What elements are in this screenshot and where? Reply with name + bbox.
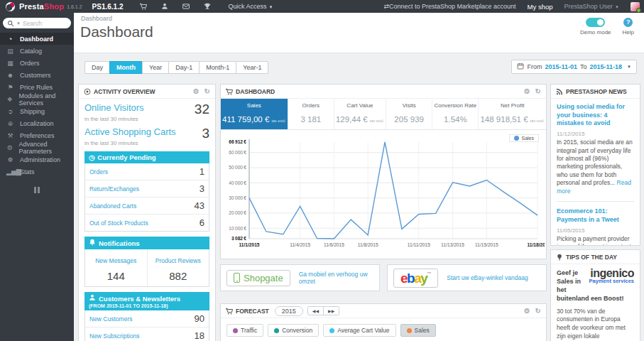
search-input[interactable] <box>23 20 60 27</box>
forecast-panel: FORECAST 2015 ◀◀▶▶ ⚙↻ Traffic Conversion… <box>220 303 547 341</box>
news-article-title[interactable]: Using social media for your business: 4 … <box>557 103 634 128</box>
toggle-on-icon[interactable] <box>586 18 605 27</box>
kpi-visits[interactable]: Visits205 939 <box>386 99 432 129</box>
breadcrumb[interactable]: Dashboard <box>81 15 112 22</box>
range-year-button[interactable]: Year <box>142 61 169 74</box>
sidebar-collapse-button[interactable] <box>0 187 74 193</box>
sidebar-item-modules[interactable]: ❖Modules and Services <box>0 93 74 105</box>
new-customers-row[interactable]: New Customers90 <box>85 310 209 328</box>
kpi-conversion-rate[interactable]: Conversion Rate1.54% <box>432 99 479 129</box>
messages-icon[interactable] <box>182 0 190 13</box>
cart-icon <box>226 88 233 95</box>
trophy-icon[interactable] <box>204 0 211 13</box>
toggle-average-cart-value[interactable]: Average Cart Value <box>323 324 395 337</box>
new-messages-cell[interactable]: New Messages144 <box>85 249 148 286</box>
range-day-1-button[interactable]: Day-1 <box>168 61 200 74</box>
my-shop-link[interactable]: My shop <box>528 3 553 11</box>
kpi-net-profit[interactable]: Net Profit148 918,51 € tax excl. <box>479 99 546 129</box>
modules-icon: ❖ <box>6 96 13 103</box>
range-year-1-button[interactable]: Year-1 <box>236 61 268 74</box>
sidebar-item-dashboard[interactable]: ◔Dashboard <box>0 33 74 45</box>
chevron-down-icon: ▼ <box>615 5 619 9</box>
refresh-icon[interactable]: ↻ <box>535 87 541 95</box>
brand-wordmark: PrestaShop <box>19 2 64 11</box>
topbar: PrestaShop 1.6.1.2 PS1.6.1.2 Quick Acces… <box>0 0 644 13</box>
sidebar-item-catalog[interactable]: ▤Catalog <box>0 45 74 57</box>
date-to-value: 2015-11-18 <box>590 63 623 70</box>
user-menu[interactable]: PrestaShop User▼ <box>564 3 620 10</box>
news-article-title[interactable]: Ecommerce 101: Payments in a Tweet <box>557 207 634 224</box>
shopgate-ad-link[interactable]: Ga mobiel en verhoog uw omzet <box>299 271 373 285</box>
sales-line-chart: 10 000 €20 000 €30 000 €40 000 €50 000 €… <box>222 132 545 257</box>
range-month-1-button[interactable]: Month-1 <box>199 61 236 74</box>
sidebar-nav: ◔Dashboard ▤Catalog ▦Orders ☻Customers ⚑… <box>0 33 74 178</box>
forecast-toggles: Traffic Conversion Average Cart Value Sa… <box>221 318 546 341</box>
stats-icon: ▂▅▇ <box>6 168 14 175</box>
rss-icon <box>556 88 563 95</box>
abandoned-carts-row[interactable]: Abandoned Carts43 <box>85 197 209 215</box>
new-subscriptions-row[interactable]: New Subscriptions18 <box>85 328 209 341</box>
shipping-icon: ➲ <box>6 108 14 115</box>
toggle-conversion[interactable]: Conversion <box>268 324 319 337</box>
sidebar-item-localization[interactable]: ⊕Localization <box>0 117 74 129</box>
pending-orders-row[interactable]: Orders1 <box>85 163 209 180</box>
panel-title: FORECAST <box>236 308 269 315</box>
range-month-button[interactable]: Month <box>109 61 143 74</box>
active-carts-row[interactable]: Active Shopping Carts 3 <box>84 126 209 140</box>
sidebar-item-shipping[interactable]: ➲Shipping <box>0 105 74 117</box>
sidebar-item-preferences[interactable]: ⚒Preferences <box>0 129 74 141</box>
tips-of-the-day-panel: TIPS OF THE DAY ingenico Payment service… <box>550 249 640 341</box>
sidebar-item-stats[interactable]: ▂▅▇Stats <box>0 166 74 178</box>
sidebar-search[interactable]: ▼ <box>3 18 71 28</box>
demo-mode-toggle[interactable]: Demo mode <box>580 18 611 36</box>
search-scope-caret-icon[interactable]: ▼ <box>16 21 21 26</box>
gear-icon[interactable]: ⚙ <box>193 87 200 95</box>
active-carts-value: 3 <box>202 126 209 140</box>
customers-icon: ☻ <box>6 72 14 79</box>
refresh-icon[interactable]: ↻ <box>204 87 210 95</box>
help-button[interactable]: ? Help <box>623 18 634 36</box>
gear-icon[interactable]: ⚙ <box>524 307 530 315</box>
ebay-ad-link[interactable]: Start uw eBay-winkel vandaag <box>447 274 528 281</box>
currently-pending-section: ◷Currently Pending Orders1 Return/Exchan… <box>84 151 209 232</box>
shopgate-ad[interactable]: Shopgate Ga mobiel en verhoog uw omzet <box>220 264 380 291</box>
svg-text:10 000 €: 10 000 € <box>229 226 246 231</box>
range-day-button[interactable]: Day <box>84 61 110 74</box>
kpi-orders[interactable]: Orders3 181 <box>288 99 334 129</box>
shop-name[interactable]: PS1.6.1.2 <box>92 3 124 11</box>
out-of-stock-row[interactable]: Out of Stock Products6 <box>85 215 209 231</box>
sidebar-item-price-rules[interactable]: ⚑Price Rules <box>0 81 74 93</box>
refresh-icon[interactable]: ↻ <box>535 307 541 315</box>
sidebar-item-customers[interactable]: ☻Customers <box>0 69 74 81</box>
chart-legend[interactable]: Sales <box>509 134 539 142</box>
product-reviews-cell[interactable]: Product Reviews882 <box>148 249 209 286</box>
activity-icon <box>84 88 91 95</box>
sidebar-item-administration[interactable]: ☸Administration <box>0 153 74 166</box>
next-year-button[interactable]: ▶▶ <box>324 307 339 315</box>
forecast-year[interactable]: 2015 <box>275 306 303 316</box>
kpi-cart-value[interactable]: Cart Value129,44 € tax excl. <box>334 99 386 129</box>
customers-icon <box>89 294 96 303</box>
ebay-logo: ebay™ <box>393 269 438 288</box>
quick-access-menu[interactable]: Quick Access▼ <box>228 3 273 10</box>
toggle-traffic[interactable]: Traffic <box>227 324 263 337</box>
previous-year-button[interactable]: ◀◀ <box>308 307 324 315</box>
customers-icon[interactable] <box>161 0 168 13</box>
toggle-sales[interactable]: Sales <box>400 324 436 337</box>
date-range-picker[interactable]: From 2015-11-01 To 2015-11-18 ▼ <box>511 60 637 74</box>
gear-icon[interactable]: ⚙ <box>524 87 530 95</box>
online-visitors-row[interactable]: Online Visitors 32 <box>84 102 209 116</box>
cart-icon[interactable] <box>140 0 147 13</box>
svg-text:66 912 €: 66 912 € <box>229 139 246 144</box>
marketplace-link[interactable]: ⇄ Connect to PrestaShop Marketplace acco… <box>383 3 515 11</box>
svg-text:60 000 €: 60 000 € <box>229 150 246 155</box>
panel-title: ACTIVITY OVERVIEW <box>94 88 155 95</box>
ebay-ad[interactable]: ebay™ Start uw eBay-winkel vandaag <box>387 264 547 291</box>
pending-returns-row[interactable]: Return/Exchanges3 <box>85 180 209 197</box>
kpi-sales[interactable]: Sales411 759,00 € tax excl. <box>221 99 288 129</box>
sidebar-item-advanced-parameters[interactable]: ⚙Advanced Parameters <box>0 141 74 153</box>
avatar[interactable] <box>631 2 640 11</box>
module-ads-row: Shopgate Ga mobiel en verhoog uw omzet e… <box>220 264 547 291</box>
sidebar-item-orders[interactable]: ▦Orders <box>0 57 74 69</box>
traffic-dot-icon <box>233 328 238 333</box>
